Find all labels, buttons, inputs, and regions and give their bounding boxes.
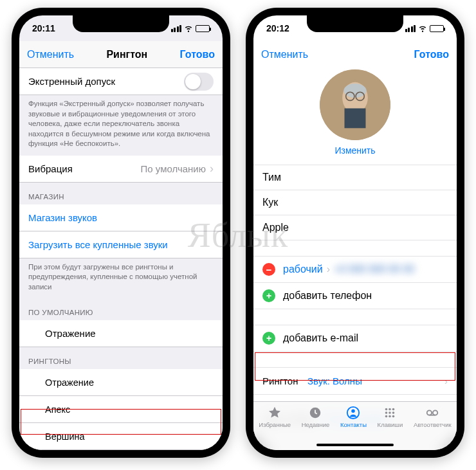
nav-bar: Отменить Готово bbox=[253, 41, 457, 68]
tab-favorites[interactable]: Избранные bbox=[259, 406, 291, 450]
battery-icon bbox=[430, 25, 444, 32]
chevron-right-icon: › bbox=[444, 375, 448, 386]
svg-point-17 bbox=[392, 415, 395, 418]
emergency-bypass-row[interactable]: Экстренный допуск bbox=[19, 68, 223, 95]
cellular-signal-icon bbox=[171, 25, 182, 32]
tab-bar: Избранные Недавние Контакты Клавиши Авто… bbox=[253, 401, 457, 450]
tab-label: Автоответчик bbox=[414, 421, 452, 428]
ringtone-label: Рингтон bbox=[262, 375, 307, 386]
avatar-person-icon bbox=[320, 69, 390, 140]
ringtone-row[interactable]: Рингтон Звук: Волны › bbox=[253, 367, 457, 395]
svg-rect-2 bbox=[345, 109, 366, 129]
phone-type-label[interactable]: рабочий bbox=[283, 264, 323, 275]
person-icon bbox=[345, 406, 361, 420]
last-name-value: Кук bbox=[262, 197, 278, 208]
ringtone-label: Отражение bbox=[45, 377, 94, 388]
default-ringtone-row[interactable]: Отражение bbox=[19, 320, 223, 347]
vibration-label: Вибрация bbox=[28, 163, 73, 174]
status-time: 20:12 bbox=[266, 23, 289, 33]
nav-title: Рингтон bbox=[106, 49, 147, 60]
vibration-row[interactable]: Вибрация По умолчанию › bbox=[19, 156, 223, 183]
add-email-button[interactable]: + bbox=[262, 332, 275, 345]
svg-point-9 bbox=[385, 408, 388, 411]
svg-point-13 bbox=[389, 411, 392, 414]
ringtone-row[interactable]: Вершина bbox=[19, 423, 223, 450]
tab-voicemail[interactable]: Автоответчик bbox=[414, 406, 452, 450]
tab-label: Недавние bbox=[302, 421, 330, 428]
svg-point-15 bbox=[385, 415, 388, 418]
wifi-icon bbox=[418, 24, 427, 33]
vibration-value: По умолчанию bbox=[141, 163, 206, 174]
svg-point-14 bbox=[392, 411, 395, 414]
done-button[interactable]: Готово bbox=[414, 49, 449, 60]
default-ringtone-label: Отражение bbox=[45, 328, 96, 339]
battery-icon bbox=[196, 25, 210, 32]
store-note: При этом будут загружены все рингтоны и … bbox=[19, 258, 223, 299]
cancel-button[interactable]: Отменить bbox=[27, 49, 74, 60]
add-phone-label: добавить телефон bbox=[283, 290, 372, 302]
edit-photo-link[interactable]: Изменить bbox=[334, 145, 375, 156]
svg-point-16 bbox=[389, 415, 392, 418]
first-name-field[interactable]: Тим bbox=[253, 165, 457, 190]
emergency-bypass-label: Экстренный допуск bbox=[28, 76, 115, 87]
tone-store-link[interactable]: Магазин звуков bbox=[19, 204, 223, 231]
clock-icon bbox=[307, 406, 323, 420]
phone-number-value[interactable]: +0 000 000 00 00 bbox=[334, 264, 414, 275]
company-value: Apple bbox=[262, 222, 289, 233]
add-phone-button[interactable]: + bbox=[262, 289, 275, 302]
first-name-value: Тим bbox=[262, 172, 281, 183]
svg-point-19 bbox=[433, 410, 437, 415]
keypad-icon bbox=[382, 406, 398, 420]
nav-bar: Отменить Рингтон Готово bbox=[19, 41, 223, 68]
phone-frame-right: 20:12 Отменить Готово bbox=[246, 8, 464, 458]
ringtones-header: РИНГТОНЫ bbox=[19, 347, 223, 369]
tab-label: Контакты bbox=[340, 421, 367, 428]
svg-point-18 bbox=[427, 410, 432, 415]
svg-point-8 bbox=[352, 410, 356, 413]
emergency-bypass-switch[interactable] bbox=[184, 73, 214, 91]
chevron-right-icon: › bbox=[210, 162, 214, 176]
company-field[interactable]: Apple bbox=[253, 215, 457, 240]
svg-point-10 bbox=[389, 408, 392, 411]
add-phone-row[interactable]: + добавить телефон bbox=[253, 283, 457, 309]
last-name-field[interactable]: Кук bbox=[253, 190, 457, 215]
ringtone-label: Апекс bbox=[45, 404, 70, 415]
notch bbox=[73, 15, 169, 32]
cancel-button[interactable]: Отменить bbox=[261, 49, 308, 60]
store-header: МАГАЗИН bbox=[19, 183, 223, 204]
svg-point-12 bbox=[385, 411, 388, 414]
voicemail-icon bbox=[425, 406, 440, 420]
svg-point-11 bbox=[392, 408, 395, 411]
done-button[interactable]: Готово bbox=[180, 49, 215, 60]
remove-phone-button[interactable]: − bbox=[262, 263, 275, 276]
add-email-label: добавить e-mail bbox=[283, 332, 358, 344]
default-header: ПО УМОЛЧАНИЮ bbox=[19, 298, 223, 320]
phone-frame-left: 20:11 Отменить Рингтон Готово Экстренный… bbox=[12, 8, 230, 458]
download-purchased-label: Загрузить все купленные звуки bbox=[28, 239, 168, 250]
ringtone-row[interactable]: Отражение bbox=[19, 369, 223, 396]
home-indicator[interactable] bbox=[316, 444, 394, 446]
svg-point-3 bbox=[343, 84, 366, 98]
ringtone-value: Звук: Волны bbox=[307, 375, 362, 386]
status-time: 20:11 bbox=[32, 23, 55, 33]
ringtone-label: Вершина bbox=[45, 431, 85, 442]
star-icon bbox=[267, 406, 282, 420]
ringtone-row[interactable]: Апекс bbox=[19, 396, 223, 423]
download-purchased-link[interactable]: Загрузить все купленные звуки bbox=[19, 231, 223, 258]
emergency-bypass-note: Функция «Экстренный допуск» позволяет по… bbox=[19, 95, 223, 156]
wifi-icon bbox=[184, 24, 193, 33]
phone-entry-row[interactable]: − рабочий › +0 000 000 00 00 bbox=[253, 256, 457, 283]
add-email-row[interactable]: + добавить e-mail bbox=[253, 325, 457, 352]
tab-label: Клавиши bbox=[378, 421, 403, 428]
notch bbox=[307, 15, 403, 32]
tab-label: Избранные bbox=[259, 421, 291, 428]
cellular-signal-icon bbox=[405, 25, 416, 32]
tone-store-label: Магазин звуков bbox=[28, 212, 97, 223]
chevron-right-icon: › bbox=[327, 264, 330, 275]
avatar[interactable] bbox=[320, 69, 390, 140]
